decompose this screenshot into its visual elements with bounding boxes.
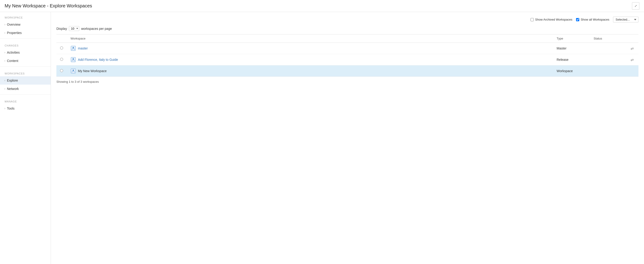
svg-point-3	[72, 58, 74, 60]
showing-text: Showing 1 to 3 of 3 workspaces	[56, 80, 638, 84]
table-row: My New Workspace Workspace	[56, 66, 638, 77]
workspace-type: Release	[556, 58, 568, 62]
app-layout: WORKSPACE › Overview › Properties CHANGE…	[0, 12, 644, 264]
sidebar-item-label: Overview	[7, 23, 20, 26]
col-radio	[56, 34, 67, 43]
name-cell: My New Workspace	[67, 66, 553, 77]
action-cell: ⇄	[627, 54, 638, 66]
col-type: Type	[553, 34, 590, 43]
workspace-name-container: Add Florence, Italy to Guide	[70, 57, 549, 62]
main-content: Show Archived Workspaces Show all Worksp…	[51, 12, 644, 264]
type-cell: Release	[553, 54, 590, 66]
show-archived-checkbox[interactable]	[530, 18, 534, 21]
chevron-icon: ›	[3, 59, 7, 63]
sidebar-item-label: Activities	[7, 51, 20, 54]
workspace-icon	[70, 46, 76, 51]
table-row: master Master ⇄	[56, 43, 638, 54]
sidebar-item-explore[interactable]: › Explore	[0, 76, 50, 84]
sidebar-item-overview[interactable]: › Overview	[0, 20, 50, 29]
name-cell: master	[67, 43, 553, 54]
workspace-link[interactable]: master	[78, 46, 88, 50]
sidebar-item-content[interactable]: › Content	[0, 57, 50, 65]
sidebar-item-label: Content	[7, 59, 18, 63]
table-row: Add Florence, Italy to Guide Release ⇄	[56, 54, 638, 66]
radio-cell[interactable]	[56, 66, 67, 77]
sidebar-section-manage: MANAGE	[0, 96, 50, 104]
app-header: My New Workspace - Explore Workspaces ⤢	[0, 0, 644, 12]
show-archived-text: Show Archived Workspaces	[535, 18, 572, 21]
chevron-icon: ›	[3, 22, 7, 26]
sidebar-item-label: Network	[7, 87, 19, 90]
row-radio[interactable]	[60, 46, 63, 50]
transfer-icon[interactable]: ⇄	[630, 46, 634, 50]
sidebar-item-label: Explore	[7, 78, 18, 82]
workspace-name: My New Workspace	[78, 69, 106, 73]
col-workspace: Workspace	[67, 34, 553, 43]
workspace-type: Workspace	[556, 69, 573, 73]
workspace-icon	[70, 68, 76, 74]
show-all-checkbox[interactable]	[576, 18, 579, 21]
action-cell: ⇄	[627, 43, 638, 54]
name-cell: Add Florence, Italy to Guide	[67, 54, 553, 66]
sidebar-section-changes: CHANGES	[0, 40, 50, 48]
header-actions: ⤢	[632, 2, 640, 10]
chevron-icon: ›	[3, 106, 7, 110]
workspaces-table: Workspace Type Status	[56, 34, 638, 77]
expand-button[interactable]: ⤢	[632, 2, 640, 10]
type-cell: Master	[553, 43, 590, 54]
sidebar-item-label: Properties	[7, 31, 22, 35]
svg-point-1	[72, 47, 74, 48]
sidebar-item-tools[interactable]: › Tools	[0, 104, 50, 112]
transfer-icon[interactable]: ⇄	[630, 58, 634, 62]
page-title: My New Workspace - Explore Workspaces	[4, 3, 92, 8]
workspace-icon	[70, 57, 76, 62]
sidebar: WORKSPACE › Overview › Properties CHANGE…	[0, 12, 51, 264]
display-row: Display 5 10 25 50 workspaces per page	[56, 26, 638, 31]
status-cell	[590, 66, 627, 77]
display-label-before: Display	[56, 27, 67, 30]
action-cell	[627, 66, 638, 77]
workspace-name-container: master	[70, 46, 549, 51]
show-all-text: Show all Workspaces	[581, 18, 609, 21]
svg-point-5	[72, 70, 74, 71]
chevron-icon: ›	[3, 31, 7, 35]
chevron-icon: ›	[3, 78, 7, 82]
top-bar: Show Archived Workspaces Show all Worksp…	[56, 17, 638, 22]
status-cell	[590, 43, 627, 54]
status-cell	[590, 54, 627, 66]
sidebar-item-label: Tools	[7, 106, 14, 110]
row-radio[interactable]	[60, 69, 63, 72]
chevron-icon: ›	[3, 87, 7, 91]
col-actions	[627, 34, 638, 43]
chevron-icon: ›	[3, 50, 7, 54]
workspace-filter-dropdown[interactable]: Selected... Option 1 Option 2	[613, 17, 638, 22]
type-cell: Workspace	[553, 66, 590, 77]
show-all-label[interactable]: Show all Workspaces	[576, 18, 609, 21]
sidebar-item-properties[interactable]: › Properties	[0, 29, 50, 37]
display-label-after: workspaces per page	[81, 27, 112, 30]
row-radio[interactable]	[60, 58, 63, 61]
expand-icon: ⤢	[634, 4, 637, 8]
sidebar-section-workspace: WORKSPACE	[0, 12, 50, 20]
sidebar-section-workspaces: WORKSPACES	[0, 68, 50, 76]
col-status: Status	[590, 34, 627, 43]
workspace-link[interactable]: Add Florence, Italy to Guide	[78, 58, 118, 62]
show-archived-label[interactable]: Show Archived Workspaces	[530, 18, 572, 21]
radio-cell[interactable]	[56, 54, 67, 66]
workspace-name-container: My New Workspace	[70, 68, 549, 74]
workspace-type: Master	[556, 46, 566, 50]
radio-cell[interactable]	[56, 43, 67, 54]
sidebar-item-network[interactable]: › Network	[0, 84, 50, 93]
sidebar-item-activities[interactable]: › Activities	[0, 48, 50, 57]
per-page-select[interactable]: 5 10 25 50	[69, 26, 79, 31]
